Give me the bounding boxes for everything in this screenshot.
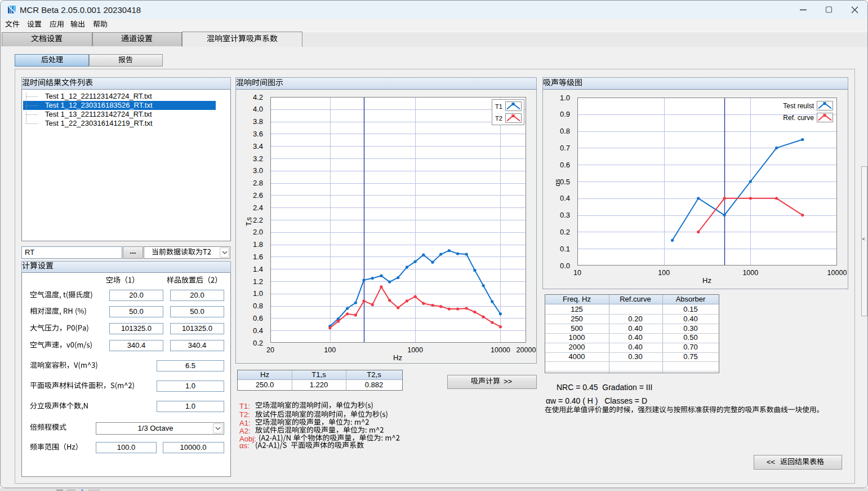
svg-text:1000: 1000	[742, 269, 758, 277]
svg-text:1000: 1000	[407, 346, 423, 354]
svg-text:0.2: 0.2	[253, 339, 263, 347]
svg-text:3.2: 3.2	[253, 154, 263, 163]
svg-text:0.8: 0.8	[560, 127, 570, 135]
svg-text:T,s: T,s	[245, 217, 253, 225]
svg-text:Hz: Hz	[702, 276, 711, 285]
svg-text:3.4: 3.4	[253, 142, 263, 151]
svg-text:0.4: 0.4	[560, 194, 570, 202]
svg-text:2.2: 2.2	[253, 216, 263, 224]
svg-text:0.3: 0.3	[560, 211, 570, 219]
svg-text:10000: 10000	[827, 269, 847, 277]
svg-text:3.6: 3.6	[253, 130, 263, 138]
svg-text:20: 20	[266, 346, 274, 354]
svg-text:T2: T2	[495, 115, 502, 122]
svg-text:4.0: 4.0	[253, 105, 263, 113]
svg-text:Test reulst: Test reulst	[783, 102, 814, 110]
svg-text:1.0: 1.0	[560, 94, 570, 102]
svg-text:10000: 10000	[491, 346, 510, 354]
svg-text:1.2: 1.2	[253, 277, 263, 286]
svg-text:100: 100	[324, 346, 336, 354]
svg-text:2.8: 2.8	[253, 179, 263, 187]
svg-text:2.6: 2.6	[253, 191, 263, 200]
svg-text:2.4: 2.4	[253, 204, 263, 212]
svg-text:1.4: 1.4	[253, 265, 263, 273]
svg-text:0.9: 0.9	[560, 110, 570, 118]
svg-text:0.6: 0.6	[253, 314, 263, 322]
svg-text:0.8: 0.8	[253, 302, 263, 310]
svg-text:0.7: 0.7	[560, 144, 570, 152]
svg-text:αs: αs	[554, 179, 562, 187]
svg-text:3.8: 3.8	[253, 117, 263, 126]
svg-text:1.0: 1.0	[253, 289, 263, 298]
svg-text:0.0: 0.0	[560, 262, 570, 270]
svg-text:T1: T1	[495, 103, 502, 110]
svg-text:0.6: 0.6	[560, 161, 570, 169]
svg-text:100: 100	[658, 269, 670, 277]
svg-text:Hz: Hz	[393, 353, 402, 362]
svg-text:10: 10	[573, 269, 581, 277]
svg-text:3.0: 3.0	[253, 166, 263, 175]
svg-text:Ref. curve: Ref. curve	[783, 114, 814, 122]
svg-text:4.2: 4.2	[253, 93, 263, 101]
svg-text:0.2: 0.2	[560, 228, 570, 236]
svg-text:0.1: 0.1	[560, 245, 570, 253]
svg-text:1.8: 1.8	[253, 240, 263, 249]
svg-text:0.4: 0.4	[253, 326, 263, 335]
svg-text:2.0: 2.0	[253, 228, 263, 236]
svg-text:1.6: 1.6	[253, 253, 263, 261]
svg-text:20000: 20000	[517, 346, 536, 354]
